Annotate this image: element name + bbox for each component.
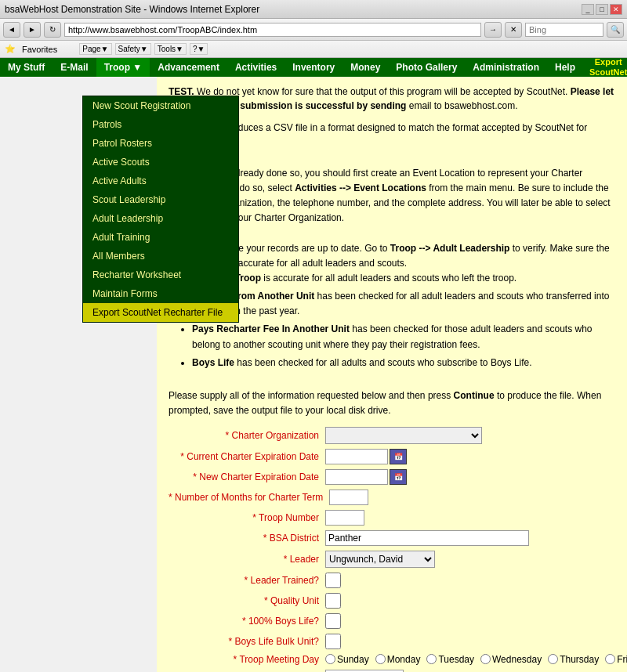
current-charter-row: * Current Charter Expiration Date 📅 (169, 449, 615, 464)
radio-wednesday[interactable]: Wednesday (480, 654, 542, 665)
toolbar-btn2[interactable]: Safety▼ (115, 43, 151, 55)
browser-titlebar: bsaWebHost Demonstration Site - Windows … (0, 0, 627, 19)
months-row: * Number of Months for Charter Term (169, 490, 615, 505)
warning-email: email to bsawebhost.com. (409, 100, 518, 111)
search-box[interactable] (525, 23, 603, 37)
troop-dropdown: New Scout Registration Patrols Patrol Ro… (82, 96, 239, 323)
refresh-button[interactable]: ↻ (44, 22, 61, 38)
leader-trained-checkbox[interactable] (325, 573, 341, 588)
nav-help[interactable]: Help (547, 58, 583, 77)
new-charter-label: * New Charter Expiration Date (169, 471, 325, 482)
go-button[interactable]: → (484, 22, 502, 38)
charter-org-label: * Charter Organization (169, 430, 325, 441)
troop-number-row: * Troop Number (169, 510, 615, 526)
toolbar-btn1[interactable]: Page▼ (79, 43, 111, 55)
toolbar-icons: Page▼ Safety▼ Tools▼ ?▼ (79, 43, 208, 55)
dropdown-export-scoutnet[interactable]: Export ScoutNet Recharter File (83, 303, 238, 322)
boys-life-bulk-row: * Boys Life Bulk Unit? (169, 634, 615, 649)
dropdown-patrol-rosters[interactable]: Patrol Rosters (83, 134, 238, 153)
radio-monday[interactable]: Monday (375, 654, 421, 665)
minimize-button[interactable]: _ (582, 4, 594, 15)
window-controls: _ □ ✕ (582, 4, 622, 15)
boys-life-checkbox[interactable] (325, 613, 341, 629)
quality-unit-label: * Quality Unit (169, 595, 325, 606)
current-charter-input[interactable] (325, 449, 388, 464)
current-charter-calendar[interactable]: 📅 (390, 449, 407, 464)
radio-friday[interactable]: Friday (605, 654, 627, 665)
nav-inventory[interactable]: Inventory (285, 58, 342, 77)
search-button[interactable]: 🔍 (607, 22, 624, 38)
dropdown-new-scout[interactable]: New Scout Registration (83, 96, 238, 115)
nav-my-stuff[interactable]: My Stuff (0, 58, 53, 77)
troop-number-input[interactable] (325, 510, 364, 526)
dropdown-adult-leadership[interactable]: Adult Leadership (83, 209, 238, 228)
dropdown-scout-leadership[interactable]: Scout Leadership (83, 190, 238, 209)
nav-advancement[interactable]: Advancement (150, 58, 227, 77)
nav-dropdown-container: New Scout Registration Patrols Patrol Ro… (0, 77, 627, 672)
current-charter-label: * Current Charter Expiration Date (169, 451, 325, 462)
browser-toolbar: ◄ ► ↻ → ✕ 🔍 (0, 19, 627, 41)
export-scoutnet-button[interactable]: Export ScoutNet Recharter File (583, 58, 627, 77)
dropdown-active-scouts[interactable]: Active Scouts (83, 153, 238, 172)
dropdown-active-adults[interactable]: Active Adults (83, 172, 238, 190)
radio-sunday[interactable]: Sunday (325, 654, 369, 665)
nav-email[interactable]: E-Mail (53, 58, 96, 77)
nav-administration[interactable]: Administration (465, 58, 547, 77)
dropdown-adult-training[interactable]: Adult Training (83, 228, 238, 247)
dropdown-maintain-forms[interactable]: Maintain Forms (83, 284, 238, 303)
bsa-district-row: * BSA District (169, 530, 615, 546)
address-bar[interactable] (64, 23, 481, 37)
maximize-button[interactable]: □ (596, 4, 608, 15)
boys-life-label: * 100% Boys Life? (169, 616, 325, 627)
toolbar-btn4[interactable]: ?▼ (190, 43, 208, 55)
meeting-day-label: * Troop Meeting Day (169, 654, 325, 665)
favorites-icon: ⭐ (5, 44, 16, 54)
leader-trained-row: * Leader Trained? (169, 573, 615, 588)
boys-life-row: * 100% Boys Life? (169, 613, 615, 629)
quality-unit-row: * Quality Unit (169, 593, 615, 609)
new-charter-calendar[interactable]: 📅 (390, 469, 407, 485)
nav-money[interactable]: Money (342, 58, 388, 77)
boys-life-bulk-checkbox[interactable] (325, 634, 341, 649)
charter-org-row: * Charter Organization (169, 427, 615, 444)
quality-unit-checkbox[interactable] (325, 593, 341, 609)
bsa-district-label: * BSA District (169, 533, 325, 544)
new-charter-row: * New Charter Expiration Date 📅 (169, 469, 615, 485)
months-label: * Number of Months for Charter Term (169, 492, 329, 503)
radio-thursday[interactable]: Thursday (548, 654, 599, 665)
main-nav: My Stuff E-Mail Troop ▼ Advancement Acti… (0, 58, 627, 77)
leader-row: * Leader Ungwunch, David (169, 551, 615, 568)
new-charter-input[interactable] (325, 469, 388, 485)
bsa-district-input[interactable] (325, 530, 529, 546)
meeting-day-row: * Troop Meeting Day Sunday Monday Tuesda… (169, 654, 615, 665)
meeting-day-options: Sunday Monday Tuesday Wednesday Thursday… (325, 654, 627, 665)
browser-title: bsaWebHost Demonstration Site - Windows … (5, 4, 259, 15)
boys-life-bulk-label: * Boys Life Bulk Unit? (169, 636, 325, 647)
nav-activities[interactable]: Activities (227, 58, 285, 77)
toolbar-btn3[interactable]: Tools▼ (154, 43, 187, 55)
nav-photo-gallery[interactable]: Photo Gallery (388, 58, 465, 77)
favorites-label: Favorites (22, 45, 57, 54)
stop-button[interactable]: ✕ (505, 22, 522, 38)
dropdown-recharter-worksheet[interactable]: Recharter Worksheet (83, 266, 238, 284)
dropdown-patrols[interactable]: Patrols (83, 115, 238, 134)
close-button[interactable]: ✕ (610, 4, 622, 15)
back-button[interactable]: ◄ (3, 22, 20, 38)
meeting-time-input[interactable] (325, 670, 404, 672)
months-input[interactable] (329, 490, 368, 505)
leader-trained-label: * Leader Trained? (169, 575, 325, 586)
nav-troop[interactable]: Troop ▼ (96, 58, 150, 77)
leader-label: * Leader (169, 554, 325, 565)
warning-text: We do not yet know for sure that the out… (197, 86, 571, 97)
forward-button[interactable]: ► (24, 22, 41, 38)
radio-tuesday[interactable]: Tuesday (426, 654, 474, 665)
favorites-bar: ⭐ Favorites Page▼ Safety▼ Tools▼ ?▼ (0, 41, 627, 58)
charter-org-select[interactable] (325, 427, 482, 444)
leader-select[interactable]: Ungwunch, David (325, 551, 435, 568)
dropdown-all-members[interactable]: All Members (83, 247, 238, 266)
recharter-form: * Charter Organization * Current Charter… (169, 427, 615, 672)
troop-number-label: * Troop Number (169, 512, 325, 523)
meeting-time-row: * Troop Meeting Time e.g., 7:00 PM (169, 670, 615, 672)
